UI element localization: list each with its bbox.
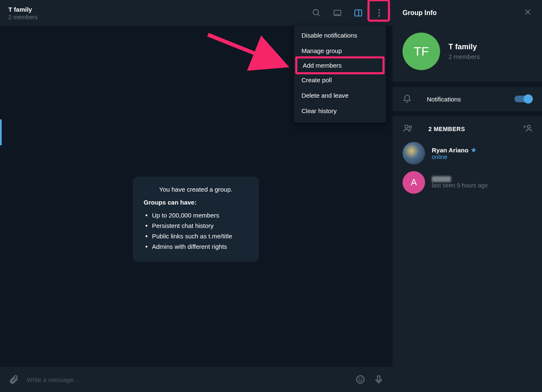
- chat-title: T family: [8, 6, 38, 13]
- add-member-icon[interactable]: [522, 124, 532, 134]
- info-bullet: Admins with different rights: [144, 241, 248, 252]
- member-row[interactable]: A last seen 9 hours ago: [393, 168, 542, 197]
- svg-point-20: [527, 125, 530, 128]
- message-input[interactable]: [27, 376, 347, 383]
- member-name: [432, 176, 488, 182]
- more-options-icon[interactable]: [374, 8, 384, 18]
- group-name: T family: [448, 43, 480, 51]
- menu-disable-notifications[interactable]: Disable notifications: [294, 28, 386, 43]
- chat-title-block[interactable]: T family 2 members: [8, 6, 38, 20]
- members-icon: [403, 124, 413, 134]
- info-bullet: Up to 200,000 members: [144, 210, 248, 220]
- notifications-label: Notifications: [427, 96, 499, 103]
- member-name: Ryan Ariano ★: [432, 147, 476, 154]
- chat-header: T family 2 members: [0, 0, 393, 26]
- star-icon: ★: [471, 147, 476, 153]
- svg-point-0: [313, 10, 319, 15]
- svg-point-17: [409, 126, 412, 129]
- group-info-panel: Group Info TF T family 2 members Notific…: [393, 0, 542, 392]
- group-avatar: TF: [403, 33, 440, 70]
- members-heading: 2 MEMBERS: [428, 126, 507, 132]
- video-chat-icon[interactable]: [332, 8, 342, 18]
- info-card-list: Up to 200,000 members Persistent chat hi…: [144, 210, 248, 252]
- svg-rect-12: [377, 376, 380, 381]
- menu-create-poll[interactable]: Create poll: [294, 72, 386, 88]
- search-icon[interactable]: [312, 8, 322, 18]
- info-card-title: You have created a group.: [144, 186, 248, 193]
- info-card-subtitle: Groups can have:: [144, 199, 248, 206]
- notifications-row[interactable]: Notifications: [393, 87, 542, 111]
- info-bullet: Public links such as t.me/title: [144, 231, 248, 241]
- divider: [393, 111, 542, 116]
- svg-line-1: [318, 14, 320, 16]
- member-avatar: A: [403, 171, 425, 194]
- members-header: 2 MEMBERS: [393, 116, 542, 139]
- menu-delete-and-leave[interactable]: Delete and leave: [294, 88, 386, 103]
- left-edge-indicator: [0, 119, 2, 145]
- svg-point-11: [362, 379, 362, 379]
- member-row[interactable]: Ryan Ariano ★ online: [393, 139, 542, 168]
- more-options-menu: Disable notifications Manage group Add m…: [294, 25, 386, 123]
- side-panel-header: Group Info: [393, 0, 542, 26]
- side-panel-title: Group Info: [403, 9, 437, 17]
- menu-add-members[interactable]: Add members: [295, 56, 385, 74]
- sidebar-toggle-icon[interactable]: [353, 8, 363, 18]
- member-avatar: [403, 142, 425, 164]
- group-created-card: You have created a group. Groups can hav…: [133, 177, 259, 262]
- close-icon[interactable]: [524, 8, 532, 18]
- svg-point-10: [359, 379, 360, 379]
- header-icons: [312, 8, 384, 18]
- info-bullet: Persistent chat history: [144, 220, 248, 231]
- group-member-count: 2 members: [448, 53, 480, 60]
- redacted-name: [432, 176, 451, 182]
- chat-subtitle: 2 members: [8, 14, 38, 20]
- member-status: last seen 9 hours ago: [432, 182, 488, 189]
- microphone-icon[interactable]: [373, 374, 384, 385]
- menu-clear-history[interactable]: Clear history: [294, 103, 386, 119]
- notifications-toggle[interactable]: [514, 96, 532, 102]
- group-summary[interactable]: TF T family 2 members: [393, 26, 542, 82]
- svg-point-16: [405, 125, 408, 128]
- divider: [393, 82, 542, 87]
- member-status: online: [432, 154, 476, 160]
- message-input-bar: [0, 367, 393, 392]
- attach-icon[interactable]: [8, 374, 19, 385]
- emoji-icon[interactable]: [355, 374, 366, 385]
- bell-icon: [403, 94, 412, 104]
- svg-point-9: [357, 376, 364, 383]
